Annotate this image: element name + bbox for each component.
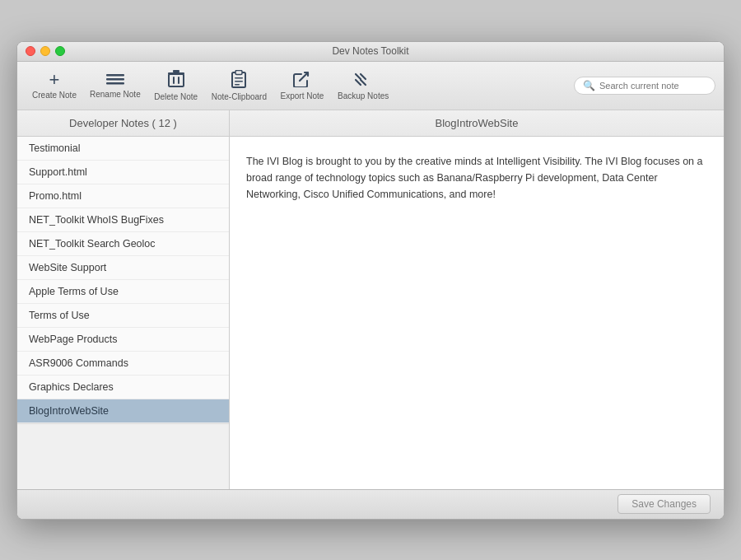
- backup-notes-button[interactable]: Backup Notes: [331, 68, 395, 104]
- export-note-icon: [293, 71, 311, 90]
- note-item[interactable]: Terms of Use: [17, 304, 229, 328]
- svg-rect-5: [178, 77, 179, 84]
- window-title: Dev Notes Toolkit: [17, 45, 724, 57]
- traffic-lights: [26, 46, 65, 56]
- backup-notes-icon: [354, 71, 372, 90]
- app-window: Dev Notes Toolkit + Create Note Rename N…: [16, 41, 725, 520]
- svg-rect-9: [235, 70, 242, 74]
- backup-notes-label: Backup Notes: [338, 91, 389, 100]
- note-item[interactable]: WebSite Support: [17, 256, 229, 280]
- bottom-bar: Save Changes: [17, 489, 724, 519]
- rename-note-icon: [106, 72, 124, 88]
- svg-rect-11: [235, 81, 243, 82]
- note-clipboard-icon: [231, 70, 246, 91]
- svg-rect-1: [106, 78, 124, 81]
- svg-rect-10: [235, 77, 243, 79]
- note-item[interactable]: Testimonial: [17, 137, 229, 161]
- main-area: Developer Notes ( 12 ) TestimonialSuppor…: [17, 110, 724, 489]
- svg-rect-4: [173, 77, 175, 84]
- search-box[interactable]: 🔍: [574, 77, 715, 95]
- svg-rect-12: [235, 84, 240, 86]
- rename-note-button[interactable]: Rename Note: [83, 68, 147, 102]
- maximize-button[interactable]: [55, 46, 65, 56]
- create-note-label: Create Note: [32, 91, 77, 100]
- svg-rect-6: [168, 72, 184, 75]
- export-note-label: Export Note: [281, 91, 324, 100]
- note-item[interactable]: ASR9006 Commands: [17, 352, 229, 376]
- titlebar: Dev Notes Toolkit: [17, 42, 724, 62]
- note-item[interactable]: Apple Terms of Use: [17, 280, 229, 304]
- delete-note-button[interactable]: Delete Note: [147, 67, 205, 105]
- sidebar-header: Developer Notes ( 12 ): [17, 110, 229, 137]
- note-clipboard-button[interactable]: Note-Clipboard: [205, 67, 273, 105]
- close-button[interactable]: [26, 46, 35, 56]
- notes-list[interactable]: TestimonialSupport.htmlPromo.htmlNET_Too…: [17, 137, 229, 423]
- note-item[interactable]: Promo.html: [17, 184, 229, 208]
- svg-rect-3: [169, 74, 184, 86]
- search-input[interactable]: [599, 81, 706, 91]
- content-header: BlogIntroWebSite: [230, 110, 724, 137]
- svg-rect-0: [106, 74, 124, 77]
- content-area: BlogIntroWebSite: [230, 110, 724, 489]
- create-note-button[interactable]: + Create Note: [26, 68, 83, 103]
- delete-note-icon: [168, 70, 184, 91]
- sidebar: Developer Notes ( 12 ) TestimonialSuppor…: [17, 110, 230, 489]
- minimize-button[interactable]: [40, 46, 50, 56]
- note-item[interactable]: Support.html: [17, 161, 229, 184]
- toolbar: + Create Note Rename Note: [17, 62, 724, 110]
- delete-note-label: Delete Note: [154, 92, 198, 101]
- note-item[interactable]: NET_Toolkit WhoIS BugFixes: [17, 208, 229, 232]
- svg-rect-7: [173, 70, 179, 72]
- note-item[interactable]: Graphics Declares: [17, 376, 229, 399]
- rename-note-label: Rename Note: [90, 90, 141, 99]
- search-icon: 🔍: [583, 80, 595, 91]
- note-item[interactable]: WebPage Products: [17, 328, 229, 352]
- create-note-icon: +: [49, 71, 60, 89]
- save-changes-button[interactable]: Save Changes: [618, 494, 711, 514]
- note-item[interactable]: BlogIntroWebSite: [17, 399, 229, 423]
- notes-list-footer: [17, 423, 229, 489]
- svg-rect-2: [106, 82, 124, 85]
- export-note-button[interactable]: Export Note: [273, 68, 331, 104]
- note-content-editor[interactable]: [230, 137, 724, 489]
- note-item[interactable]: NET_Toolkit Search Geoloc: [17, 232, 229, 256]
- note-clipboard-label: Note-Clipboard: [212, 92, 267, 101]
